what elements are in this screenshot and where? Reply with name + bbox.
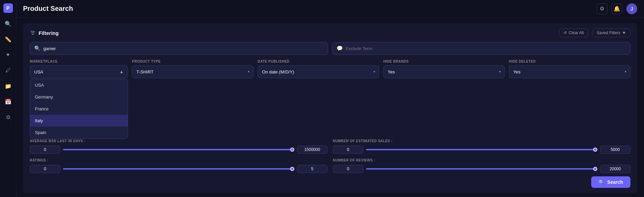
avg-bsr-min-value: 0 [30,146,60,154]
filter-title-group: Filtering [30,30,59,36]
marketplace-display[interactable]: USA ▲ [30,65,128,78]
num-sales-controls: 0 5000 [333,146,630,154]
num-sales-min-value: 0 [333,146,363,154]
num-sales-group: NUMBER OF ESTIMATED SALES : 0 5000 [333,139,630,154]
ratings-controls: 0 5 [30,165,327,173]
hide-brands-select[interactable]: Yes No [383,65,505,78]
page-header: Product Search ⚙ 🔔 J [16,0,644,18]
sidebar-item-heart[interactable]: ♥ [3,50,13,60]
filters-row: MARKETPLACE USA ▲ USA Germany France Ita… [30,60,630,78]
sidebar-item-edit[interactable]: ✏️ [3,35,13,44]
saved-filters-button[interactable]: Saved Filters ▼ [592,28,630,37]
marketplace-group: MARKETPLACE USA ▲ USA Germany France Ita… [30,60,128,78]
search-button[interactable]: 🔍 Search [591,176,630,188]
num-sales-max-value: 5000 [600,146,630,154]
marketplace-option-france[interactable]: France [30,103,128,115]
filter-panel: Filtering ↺ Clear All Saved Filters ▼ 🔍 [23,23,637,193]
num-reviews-group: NUMBER OF REVIEWS : 0 20000 [333,158,630,173]
hide-deleted-select-wrap: Yes No [509,65,630,78]
right-sliders: NUMBER OF ESTIMATED SALES : 0 5000 NUMBE… [333,139,630,173]
page-content: Filtering ↺ Clear All Saved Filters ▼ 🔍 [16,18,644,197]
marketplace-arrow-icon: ▲ [120,69,124,74]
product-type-select[interactable]: T-SHIRT Hoodie Long Sleeve [132,65,254,78]
search-icon: 🔍 [34,45,41,51]
chevron-down-icon: ▼ [622,30,626,35]
num-reviews-min-value: 0 [333,165,363,173]
marketplace-option-spain[interactable]: Spain [30,127,128,138]
sliders-row: AVERAGE BSR LAST 30 DAYS : 0 1500000 RAT… [30,139,630,173]
ratings-min-value: 0 [30,165,60,173]
filter-icon [30,30,36,36]
clear-all-button[interactable]: ↺ Clear All [559,28,588,37]
marketplace-select-wrap: USA ▲ USA Germany France Italy Spain [30,65,128,78]
filters-area: MARKETPLACE USA ▲ USA Germany France Ita… [30,60,630,188]
ratings-slider[interactable] [63,168,294,170]
sliders-section: AVERAGE BSR LAST 30 DAYS : 0 1500000 RAT… [30,139,630,188]
hide-deleted-select[interactable]: Yes No [509,65,630,78]
avg-bsr-group: AVERAGE BSR LAST 30 DAYS : 0 1500000 [30,139,327,154]
hide-brands-group: HIDE BRANDS Yes No [383,60,505,78]
sidebar: P 🔍 ✏️ ♥ 🖊 📁 📅 ⚙ [0,0,16,197]
bottom-actions-row: 🔍 Search [30,176,630,188]
exclude-input-wrap: 💬 [332,42,630,55]
num-sales-slider[interactable] [366,149,597,150]
product-type-select-wrap: T-SHIRT Hoodie Long Sleeve [132,65,254,78]
avg-bsr-slider[interactable] [63,149,294,150]
marketplace-option-italy[interactable]: Italy [30,115,128,127]
page-title: Product Search [23,5,73,13]
marketplace-value: USA [34,69,43,74]
app-logo[interactable]: P [3,3,13,13]
header-actions: ⚙ 🔔 J [597,3,637,14]
ratings-group: RATINGS : 0 5 [30,158,327,173]
sidebar-item-folder[interactable]: 📁 [3,81,13,91]
marketplace-option-germany[interactable]: Germany [30,91,128,103]
search-btn-icon: 🔍 [599,179,604,185]
clear-all-label: Clear All [568,30,584,35]
main-content: Product Search ⚙ 🔔 J Filtering [16,0,644,197]
filter-header: Filtering ↺ Clear All Saved Filters ▼ [30,28,630,37]
date-published-select-wrap: On date (M/D/Y) Before date After date [258,65,379,78]
settings-button[interactable]: ⚙ [597,3,607,14]
num-reviews-controls: 0 20000 [333,165,630,173]
notification-button[interactable]: 🔔 [611,3,622,14]
product-type-group: PRODUCT TYPE T-SHIRT Hoodie Long Sleeve [132,60,254,78]
sidebar-item-calendar[interactable]: 📅 [3,97,13,106]
date-published-label: DATE PUBLISHED [258,60,379,63]
date-published-select[interactable]: On date (M/D/Y) Before date After date [258,65,379,78]
left-sliders: AVERAGE BSR LAST 30 DAYS : 0 1500000 RAT… [30,139,327,173]
marketplace-option-usa[interactable]: USA [30,79,128,91]
ratings-label: RATINGS : [30,158,327,162]
search-row: 🔍 💬 [30,42,630,55]
exclude-icon: 💬 [337,45,343,51]
filter-panel-title: Filtering [39,30,59,36]
avg-bsr-controls: 0 1500000 [30,146,327,154]
marketplace-label: MARKETPLACE [30,60,128,63]
hide-brands-label: HIDE BRANDS [383,60,505,63]
marketplace-dropdown: USA Germany France Italy Spain [30,79,128,139]
hide-deleted-label: HIDE DELETED [509,60,630,63]
saved-filters-label: Saved Filters [597,30,620,35]
ratings-max-value: 5 [297,165,327,173]
date-published-group: DATE PUBLISHED On date (M/D/Y) Before da… [258,60,379,78]
sidebar-item-search[interactable]: 🔍 [3,19,13,28]
avg-bsr-label: AVERAGE BSR LAST 30 DAYS : [30,139,327,143]
num-reviews-max-value: 20000 [600,165,630,173]
sidebar-item-pen[interactable]: 🖊 [3,66,13,75]
filter-header-actions: ↺ Clear All Saved Filters ▼ [559,28,630,37]
avatar[interactable]: J [626,3,637,14]
sidebar-item-settings[interactable]: ⚙ [3,112,13,122]
clear-icon: ↺ [563,30,567,35]
search-input-wrap: 🔍 [30,42,328,55]
num-reviews-label: NUMBER OF REVIEWS : [333,158,630,162]
num-sales-label: NUMBER OF ESTIMATED SALES : [333,139,630,143]
search-input[interactable] [43,46,324,51]
hide-brands-select-wrap: Yes No [383,65,505,78]
search-btn-label: Search [607,179,623,185]
num-reviews-slider[interactable] [366,168,597,170]
hide-deleted-group: HIDE DELETED Yes No [509,60,630,78]
exclude-input[interactable] [346,46,626,51]
product-type-label: PRODUCT TYPE [132,60,254,63]
avg-bsr-max-value: 1500000 [297,146,327,154]
